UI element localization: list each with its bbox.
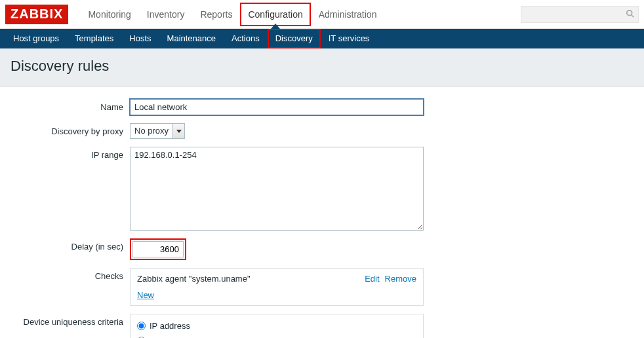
delay-field[interactable] <box>132 241 184 257</box>
label-criteria: Device uniqueness criteria <box>0 314 130 327</box>
subnav-actions[interactable]: Actions <box>224 29 268 48</box>
nav-inventory[interactable]: Inventory <box>139 3 193 26</box>
name-field[interactable] <box>130 99 424 115</box>
criteria-ip-radio[interactable] <box>137 322 146 330</box>
label-proxy: Discovery by proxy <box>0 123 130 136</box>
criteria-ip-row[interactable]: IP address <box>137 321 416 331</box>
titlebar: Discovery rules <box>0 48 644 87</box>
page-title: Discovery rules <box>10 58 634 75</box>
subnav-hosts[interactable]: Hosts <box>121 29 159 48</box>
check-item-text: Zabbix agent "system.uname" <box>137 274 359 284</box>
nav-notch <box>271 24 280 29</box>
proxy-select-button[interactable] <box>172 124 184 138</box>
secondary-nav: Host groups Templates Hosts Maintenance … <box>0 29 644 48</box>
proxy-select[interactable]: No proxy <box>130 123 185 139</box>
checks-box: Zabbix agent "system.uname" Edit Remove … <box>130 268 424 306</box>
criteria-box: IP address Zabbix agent "system.uname" <box>130 314 424 338</box>
check-edit-link[interactable]: Edit <box>365 274 379 284</box>
chevron-down-icon <box>176 130 182 133</box>
nav-monitoring[interactable]: Monitoring <box>80 3 138 26</box>
label-name: Name <box>0 99 130 112</box>
ip-range-field[interactable] <box>130 147 424 231</box>
subnav-templates[interactable]: Templates <box>67 29 121 48</box>
label-delay: Delay (in sec) <box>0 238 130 252</box>
label-checks: Checks <box>0 268 130 281</box>
check-remove-link[interactable]: Remove <box>385 274 416 284</box>
svg-line-1 <box>632 14 634 17</box>
nav-reports[interactable]: Reports <box>192 3 240 26</box>
subnav-discovery[interactable]: Discovery <box>268 29 321 48</box>
nav-administration[interactable]: Administration <box>311 3 385 26</box>
criteria-ip-label: IP address <box>150 321 190 331</box>
check-row: Zabbix agent "system.uname" Edit Remove <box>137 274 416 284</box>
subnav-it-services[interactable]: IT services <box>321 29 378 48</box>
subnav-host-groups[interactable]: Host groups <box>5 29 67 48</box>
logo: ZABBIX <box>5 5 68 24</box>
subnav-maintenance[interactable]: Maintenance <box>159 29 224 48</box>
nav-configuration[interactable]: Configuration <box>240 3 310 26</box>
delay-highlight <box>130 238 186 260</box>
search-icon <box>626 9 635 18</box>
proxy-select-value: No proxy <box>131 124 172 138</box>
search-input[interactable] <box>521 6 639 23</box>
form: Name Discovery by proxy No proxy IP rang… <box>0 87 644 338</box>
check-new-link[interactable]: New <box>137 290 154 300</box>
primary-nav: Monitoring Inventory Reports Configurati… <box>80 3 384 26</box>
search-wrap <box>521 6 639 23</box>
label-ip-range: IP range <box>0 147 130 160</box>
topbar: ZABBIX Monitoring Inventory Reports Conf… <box>0 0 644 29</box>
svg-point-0 <box>627 10 632 15</box>
